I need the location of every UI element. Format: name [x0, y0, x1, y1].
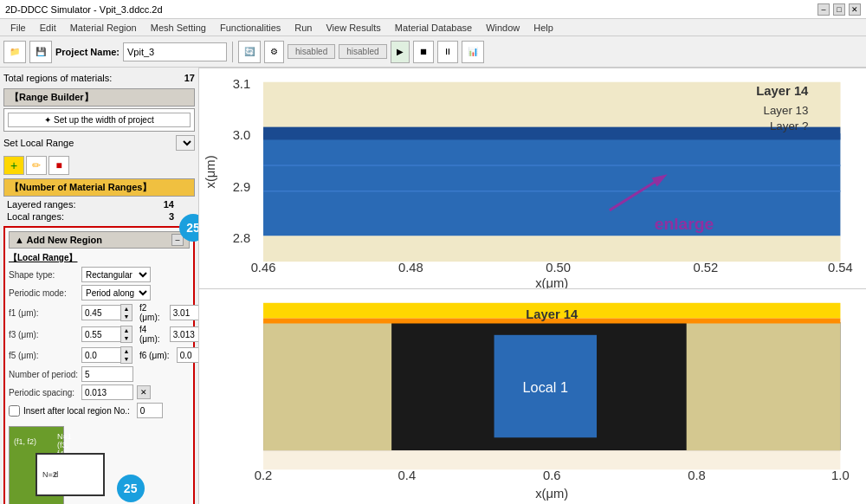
f4-label-inline: f4 (μm):: [139, 325, 163, 344]
y-label-2.9: 2.9: [233, 180, 251, 194]
chart-bottom: Local 1 Layer 14 0.2 0.4 0.6 0.8 1.0 x(μ…: [199, 289, 866, 504]
enlarge-text: enlarge: [655, 215, 714, 233]
range-builder-header[interactable]: 【Range Builder】: [3, 88, 195, 107]
f3-spin: ▲ ▼: [81, 326, 132, 343]
menu-window[interactable]: Window: [479, 21, 527, 35]
dialog-content: 【Local Range】 Shape type: Rectangular Pe…: [9, 252, 190, 423]
play-btn[interactable]: ▶: [391, 41, 410, 63]
pause-btn[interactable]: ⏸: [437, 41, 458, 63]
insert-after-input[interactable]: [137, 403, 163, 418]
f1-spin-up[interactable]: ▲: [121, 305, 132, 313]
x-label-0.46: 0.46: [251, 261, 276, 275]
x-bot-label-0.6: 0.6: [543, 468, 561, 482]
total-regions-row: Total regions of materials: 17: [3, 71, 195, 85]
diagram-d-label: d: [54, 470, 58, 479]
y-axis-label: x(μm): [204, 155, 217, 188]
f5-spin-down[interactable]: ▼: [121, 355, 132, 363]
refresh-btn[interactable]: 🔄: [238, 41, 261, 63]
x-bot-label-1.0: 1.0: [831, 468, 850, 482]
local-range-header: 【Local Range】: [9, 252, 199, 264]
save-btn[interactable]: 💾: [29, 41, 52, 63]
layered-ranges-label: Layered ranges:: [7, 199, 76, 210]
stop-btn[interactable]: ⏹: [413, 41, 434, 63]
menu-material-region[interactable]: Material Region: [63, 21, 144, 35]
f1-spin-down[interactable]: ▼: [121, 313, 132, 320]
f3-input[interactable]: [81, 326, 120, 342]
f5-spin-up[interactable]: ▲: [121, 347, 132, 355]
save-icon: 💾: [36, 47, 46, 56]
y-label-3.0: 3.0: [233, 128, 251, 142]
f2-label-inline: f2 (μm):: [139, 303, 163, 322]
num-period-input[interactable]: [81, 366, 133, 382]
x-axis-label: x(μm): [535, 276, 568, 288]
open-folder-btn[interactable]: 📁: [3, 41, 26, 63]
chart-bottom-title: Layer 14: [526, 307, 578, 320]
badge-bottom: 25: [117, 475, 145, 502]
f4-input[interactable]: [170, 326, 199, 342]
periodic-mode-label: Periodic mode:: [9, 288, 78, 298]
dialog-title-bar: ▲ Add New Region –: [9, 231, 190, 249]
window-controls: – □ ✕: [818, 3, 861, 16]
menu-mesh-setting[interactable]: Mesh Setting: [144, 21, 213, 35]
f1-input[interactable]: [81, 305, 120, 320]
shape-type-row: Shape type: Rectangular: [9, 267, 199, 282]
add-region-btn[interactable]: +: [3, 156, 24, 175]
f3-spin-up[interactable]: ▲: [121, 326, 132, 334]
periodic-spacing-clear-btn[interactable]: ✕: [137, 385, 151, 399]
num-material-header: 【Number of Material Ranges】: [3, 178, 195, 197]
total-regions-label: Total regions of materials:: [3, 73, 112, 83]
left-tan: [263, 322, 391, 450]
menu-run[interactable]: Run: [288, 21, 319, 35]
local-ranges-value: 3: [169, 211, 174, 222]
add-region-dialog: ▲ Add New Region – 25 【Local Range】 Shap…: [3, 226, 195, 504]
f1-spin: ▲ ▼: [81, 304, 132, 321]
local-ranges-label: Local ranges:: [7, 211, 64, 222]
close-btn[interactable]: ✕: [849, 3, 861, 16]
chart-top: 3.1 3.0 2.9 2.8 0.46 0.48 0.50 0.52 0.54…: [199, 68, 866, 289]
bottom-strip: [263, 236, 840, 262]
f5-row: f5 (μm): ▲ ▼ f6 (μm): ▲: [9, 346, 199, 364]
f5-input[interactable]: [81, 347, 120, 363]
charts-area: 3.1 3.0 2.9 2.8 0.46 0.48 0.50 0.52 0.54…: [199, 68, 866, 504]
periodic-spacing-input[interactable]: [81, 384, 133, 400]
settings-btn[interactable]: ⚙: [264, 41, 284, 63]
f6-spin: ▲ ▼: [177, 346, 199, 364]
set-local-range-select[interactable]: [176, 135, 195, 151]
project-name-input[interactable]: [123, 42, 227, 61]
menu-view-results[interactable]: View Results: [319, 21, 387, 35]
chart-btn[interactable]: 📊: [462, 41, 484, 63]
maximize-btn[interactable]: □: [833, 3, 845, 16]
x-bot-label-0.2: 0.2: [255, 468, 273, 482]
f1-spin-btns: ▲ ▼: [120, 304, 132, 321]
menu-help[interactable]: Help: [527, 21, 560, 35]
menu-edit[interactable]: Edit: [33, 21, 63, 35]
x-label-0.54: 0.54: [828, 261, 853, 275]
periodic-spacing-label: Periodic spacing:: [9, 388, 78, 397]
shape-type-label: Shape type:: [9, 270, 78, 280]
num-period-row: Number of period:: [9, 366, 199, 382]
minimize-btn[interactable]: –: [818, 3, 830, 16]
edit-region-btn[interactable]: ✏: [26, 156, 47, 175]
f3-spin-down[interactable]: ▼: [121, 334, 132, 342]
f3-label: f3 (μm):: [9, 330, 78, 339]
layered-ranges-value: 14: [164, 199, 174, 210]
f6-input[interactable]: [177, 347, 199, 363]
periodic-mode-select[interactable]: Period along y: [81, 285, 151, 300]
menu-file[interactable]: File: [3, 21, 33, 35]
right-tan: [687, 322, 841, 450]
shape-type-select[interactable]: Rectangular: [81, 267, 151, 282]
y-label-2.8: 2.8: [233, 231, 251, 245]
delete-region-btn[interactable]: ■: [48, 156, 69, 175]
disabled-btn-1: hisabled: [288, 44, 335, 59]
f1-row: f1 (μm): ▲ ▼ f2 (μm): ▲: [9, 303, 199, 322]
title-bar: 2D-DDCC Simulator - Vpit_3.ddcc.2d – □ ✕: [0, 0, 866, 19]
insert-after-checkbox[interactable]: [9, 405, 20, 417]
set-width-btn[interactable]: ✦ Set up the width of project: [8, 113, 191, 127]
menu-functionalities[interactable]: Functionalities: [213, 21, 288, 35]
x-bot-axis-label: x(μm): [535, 487, 568, 501]
layer14-label2: Layer ?: [770, 120, 808, 132]
menu-material-database[interactable]: Material Database: [388, 21, 479, 35]
f2-input[interactable]: [170, 305, 199, 320]
f3-row: f3 (μm): ▲ ▼ f4 (μm): ▲: [9, 325, 199, 344]
x-bot-label-0.8: 0.8: [688, 468, 706, 482]
